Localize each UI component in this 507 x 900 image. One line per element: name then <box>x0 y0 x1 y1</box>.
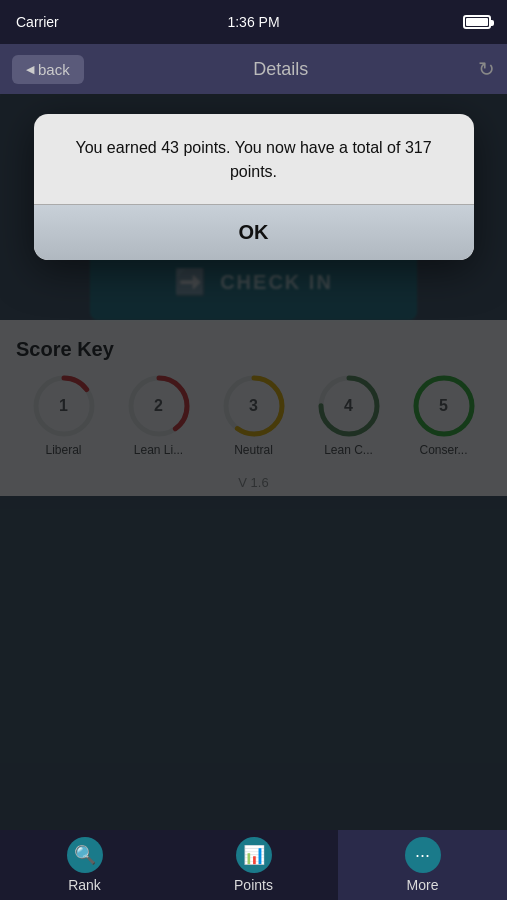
nav-title: Details <box>253 59 308 80</box>
tab-points[interactable]: 📊 Points <box>169 830 338 900</box>
nav-bar: back Details ↻ <box>0 44 507 94</box>
tab-points-label: Points <box>234 877 273 893</box>
modal-message: You earned 43 points. You now have a tot… <box>58 136 450 184</box>
back-button[interactable]: back <box>12 55 84 84</box>
refresh-button[interactable]: ↻ <box>478 57 495 81</box>
main-content: ✋ VOTE ➡️ CHECK IN Score Key 1 Liberal <box>0 94 507 830</box>
modal-overlay: You earned 43 points. You now have a tot… <box>0 94 507 830</box>
modal-ok-button[interactable]: OK <box>34 205 474 260</box>
tab-more-label: More <box>407 877 439 893</box>
points-icon: 📊 <box>236 837 272 873</box>
battery-icon <box>463 15 491 29</box>
modal-dialog: You earned 43 points. You now have a tot… <box>34 114 474 260</box>
modal-content: You earned 43 points. You now have a tot… <box>34 114 474 184</box>
more-icon: ··· <box>405 837 441 873</box>
status-bar: Carrier 1:36 PM <box>0 0 507 44</box>
carrier-label: Carrier <box>16 14 59 30</box>
status-icons <box>463 15 491 29</box>
time-label: 1:36 PM <box>227 14 279 30</box>
tab-more[interactable]: ··· More <box>338 830 507 900</box>
tab-rank-label: Rank <box>68 877 101 893</box>
rank-icon: 🔍 <box>67 837 103 873</box>
tab-bar: 🔍 Rank 📊 Points ··· More <box>0 830 507 900</box>
tab-rank[interactable]: 🔍 Rank <box>0 830 169 900</box>
